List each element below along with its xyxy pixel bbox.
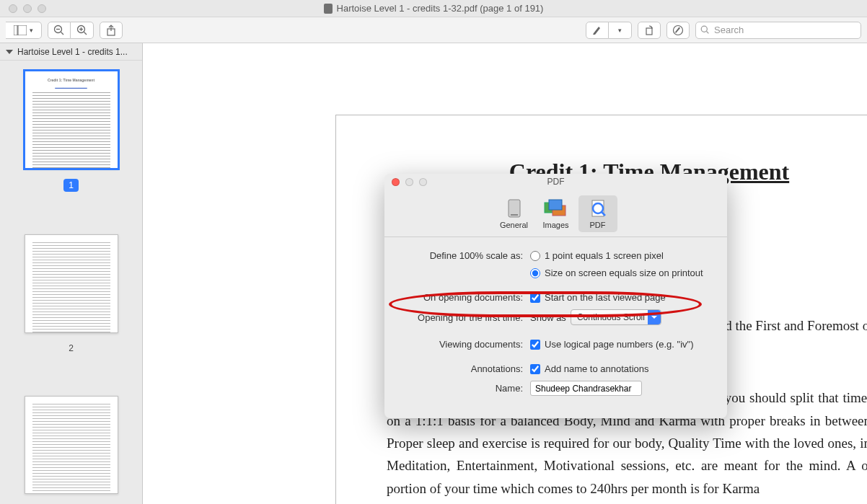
label-annotations: Annotations: [400, 363, 523, 374]
svg-line-17 [707, 32, 709, 34]
checkbox-add-name[interactable] [530, 364, 540, 374]
search-icon [700, 25, 710, 35]
search-input[interactable]: Search [695, 22, 861, 39]
zoom-in-button[interactable] [71, 22, 94, 39]
tab-pdf[interactable]: PDF [578, 195, 617, 232]
page-number-2: 2 [69, 343, 74, 353]
svg-rect-1 [18, 25, 27, 35]
dialog-titlebar[interactable]: PDF [384, 174, 727, 190]
zoom-out-button[interactable] [48, 22, 71, 39]
highlight-menu-button[interactable]: ▾ [609, 22, 632, 39]
chevron-updown-icon [648, 310, 661, 324]
label-show-as: Show as [530, 312, 566, 323]
page-thumbnail-2[interactable] [25, 234, 118, 332]
highlight-button[interactable] [586, 22, 609, 39]
checkbox-logical-pages[interactable] [530, 340, 540, 350]
page-thumbnail-3[interactable] [25, 396, 118, 494]
svg-marker-15 [675, 27, 680, 33]
images-tab-icon [544, 198, 568, 218]
svg-point-16 [701, 26, 707, 32]
svg-line-6 [84, 32, 87, 35]
zoom-button-group [48, 22, 94, 39]
view-mode-button[interactable]: ▾ [6, 22, 42, 39]
pdf-file-icon [324, 4, 333, 14]
thumbnail-list[interactable]: Credit 1: Time Management ______________… [0, 61, 142, 504]
page-number-1: 1 [63, 179, 79, 192]
svg-marker-11 [593, 27, 600, 35]
window-title: Hartoise Level 1 - credits 1-32.pdf (pag… [0, 3, 867, 14]
sidebar-doc-name: Hartoise Level 1 - credits 1... [17, 47, 128, 57]
svg-rect-22 [549, 200, 562, 210]
svg-rect-0 [14, 25, 17, 35]
preferences-dialog: PDF General Images [384, 174, 727, 418]
option-point-pixel: 1 point equals 1 screen pixel [545, 250, 664, 261]
tab-images[interactable]: Images [537, 195, 576, 232]
label-name: Name: [400, 383, 523, 394]
pdf-tab-icon [586, 198, 610, 218]
option-start-last: Start on the last viewed page [545, 292, 666, 303]
window-title-text: Hartoise Level 1 - credits 1-32.pdf (pag… [337, 3, 544, 14]
toolbar: ▾ ▾ Search [0, 17, 867, 43]
radio-size-printout[interactable] [530, 268, 540, 278]
window-titlebar: Hartoise Level 1 - credits 1-32.pdf (pag… [0, 0, 867, 17]
sidebar-header[interactable]: Hartoise Level 1 - credits 1... [0, 43, 142, 61]
label-define-scale: Define 100% scale as: [400, 250, 523, 261]
markup-button-group: ▾ [586, 22, 632, 39]
option-logical-pages: Use logical page numbers (e.g. "iv") [545, 339, 694, 350]
select-scroll-mode[interactable]: Continuous Scroll [571, 309, 661, 325]
rotate-button[interactable] [638, 22, 661, 39]
page-thumbnail-1[interactable]: Credit 1: Time Management ______________… [25, 71, 118, 169]
thumbnail-sidebar: Hartoise Level 1 - credits 1... Credit 1… [0, 43, 143, 504]
view-mode-button-group: ▾ [6, 22, 42, 39]
label-viewing: Viewing documents: [400, 339, 523, 350]
dialog-tabs: General Images PDF [384, 190, 727, 237]
tab-general[interactable]: General [495, 195, 534, 232]
share-button[interactable] [100, 22, 123, 39]
radio-point-pixel[interactable] [530, 251, 540, 261]
checkbox-start-last[interactable] [530, 293, 540, 303]
search-placeholder: Search [714, 25, 744, 35]
svg-rect-12 [646, 28, 652, 35]
option-add-name: Add name to annotations [545, 363, 649, 374]
disclosure-triangle-icon [6, 50, 13, 54]
dialog-body: Define 100% scale as: 1 point equals 1 s… [384, 237, 727, 418]
svg-line-3 [61, 32, 64, 35]
dialog-title: PDF [384, 177, 727, 187]
name-field[interactable] [530, 381, 642, 396]
general-tab-icon [502, 198, 527, 218]
label-opening-first: Opening for the first time: [400, 312, 523, 323]
document-viewport[interactable]: Credit 1: Time Management Introduction 4… [143, 43, 867, 504]
label-on-opening: On opening documents: [400, 292, 523, 303]
option-size-printout: Size on screen equals size on printout [545, 268, 703, 278]
markup-toolbar-button[interactable] [666, 22, 690, 39]
svg-rect-19 [511, 214, 518, 216]
